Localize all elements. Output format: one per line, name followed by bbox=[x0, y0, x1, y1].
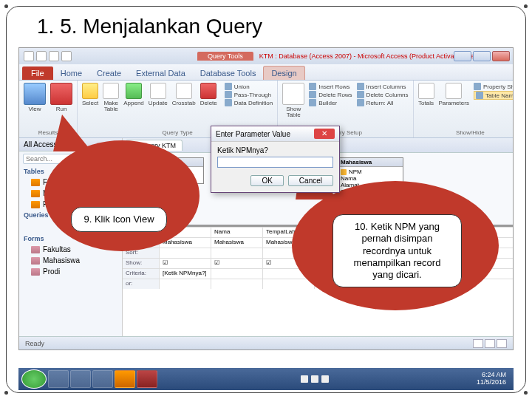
insert-cols-icon bbox=[357, 83, 364, 90]
grid-cell[interactable] bbox=[211, 279, 263, 289]
taskbar-app-icon[interactable] bbox=[92, 370, 113, 388]
save-icon[interactable] bbox=[36, 51, 47, 61]
tray-volume-icon[interactable] bbox=[321, 375, 329, 383]
make-table-button[interactable]: Make Table bbox=[103, 83, 119, 112]
table-names-button[interactable]: Table Names bbox=[474, 91, 514, 100]
callout-9-bubble bbox=[44, 140, 200, 251]
dialog-close-button[interactable]: ✕ bbox=[314, 129, 335, 139]
grid-row-criteria: Criteria: bbox=[123, 269, 160, 279]
builder-button[interactable]: Builder bbox=[309, 99, 352, 106]
select-button[interactable]: Select bbox=[82, 83, 98, 106]
delete-cols-button[interactable]: Delete Columns bbox=[357, 91, 409, 98]
grid-cell[interactable] bbox=[263, 279, 315, 289]
table-box-header: Mahasiswa bbox=[338, 158, 403, 167]
group-show-hide: Totals Parameters Property Sheet Table N… bbox=[414, 81, 514, 137]
tab-file[interactable]: File bbox=[22, 66, 53, 80]
return-label: Return: All bbox=[366, 100, 394, 106]
append-button[interactable]: Append bbox=[123, 83, 144, 106]
datadef-icon bbox=[225, 99, 232, 106]
union-icon bbox=[225, 83, 232, 90]
grid-cell[interactable]: ☑ bbox=[160, 259, 211, 268]
callout-9-tail bbox=[53, 115, 92, 151]
update-button[interactable]: Update bbox=[149, 83, 168, 106]
nav-item-label: Prodi bbox=[43, 267, 60, 276]
grid-cell[interactable] bbox=[160, 248, 211, 258]
property-sheet-icon bbox=[474, 83, 481, 90]
delete-query-button[interactable]: Delete bbox=[200, 83, 217, 106]
windows-taskbar: 6:24 AM 11/5/2016 bbox=[18, 368, 514, 390]
redo-icon[interactable] bbox=[61, 51, 72, 61]
table-names-label: Table Names bbox=[485, 92, 514, 99]
run-button[interactable]: Run bbox=[50, 83, 72, 112]
status-text: Ready bbox=[25, 340, 44, 347]
grid-cell[interactable]: Nama bbox=[211, 228, 263, 237]
return-dropdown[interactable]: Return: All bbox=[357, 99, 409, 106]
parameter-input[interactable] bbox=[217, 157, 333, 168]
grid-cell[interactable] bbox=[211, 269, 263, 279]
tray-icons[interactable] bbox=[301, 375, 329, 383]
ribbon-tabs: File Home Create External Data Database … bbox=[19, 64, 513, 81]
make-table-label: Make Table bbox=[103, 100, 118, 112]
parameters-button[interactable]: Parameters bbox=[439, 83, 469, 106]
callout-9-text: 9. Klik Icon View bbox=[71, 207, 167, 232]
totals-label: Totals bbox=[418, 100, 434, 106]
nav-item-label: Fakultas bbox=[43, 245, 71, 253]
nav-form-prodi[interactable]: Prodi bbox=[19, 266, 122, 277]
minimize-button[interactable] bbox=[454, 51, 471, 61]
datadef-button[interactable]: Data Definition bbox=[225, 99, 273, 106]
make-table-icon bbox=[103, 83, 119, 99]
contextual-tab-label: Query Tools bbox=[197, 52, 253, 61]
view-design-icon[interactable] bbox=[497, 339, 507, 348]
view-label: View bbox=[28, 106, 41, 112]
start-button[interactable] bbox=[21, 369, 47, 389]
show-table-icon bbox=[282, 83, 304, 105]
view-datasheet-icon[interactable] bbox=[473, 339, 483, 348]
tab-home[interactable]: Home bbox=[53, 66, 89, 80]
delete-rows-icon bbox=[309, 91, 316, 98]
grid-cell[interactable]: Mahasiswa bbox=[211, 238, 263, 248]
delete-query-label: Delete bbox=[200, 100, 217, 106]
grid-cell[interactable]: [Ketik NPMnya?] bbox=[160, 269, 211, 279]
form-icon bbox=[31, 246, 40, 253]
tab-design[interactable]: Design bbox=[263, 66, 304, 80]
tray-network-icon[interactable] bbox=[311, 375, 318, 383]
taskbar-powerpoint-icon[interactable] bbox=[115, 370, 135, 388]
key-icon bbox=[341, 169, 347, 175]
tab-create[interactable]: Create bbox=[89, 66, 129, 80]
builder-icon bbox=[309, 99, 316, 106]
nav-form-mahasiswa[interactable]: Mahasiswa bbox=[19, 255, 122, 266]
close-button[interactable] bbox=[492, 51, 510, 61]
property-sheet-button[interactable]: Property Sheet bbox=[474, 83, 514, 90]
grid-row-show: Show: bbox=[123, 259, 160, 268]
undo-icon[interactable] bbox=[49, 51, 59, 61]
tab-external-data[interactable]: External Data bbox=[129, 66, 193, 80]
grid-cell[interactable]: ☑ bbox=[211, 259, 263, 268]
grid-cell[interactable] bbox=[160, 279, 211, 289]
taskbar-access-icon[interactable] bbox=[137, 370, 157, 388]
tray-flag-icon[interactable] bbox=[301, 375, 308, 383]
union-button[interactable]: Union bbox=[225, 83, 273, 90]
dialog-prompt: Ketik NPMnya? bbox=[217, 146, 333, 154]
datadef-label: Data Definition bbox=[234, 100, 273, 106]
slide-title: 1. 5. Menjalankan Query bbox=[0, 0, 532, 47]
insert-rows-button[interactable]: Insert Rows bbox=[309, 83, 352, 90]
tab-database-tools[interactable]: Database Tools bbox=[193, 66, 264, 80]
taskbar-app-icon[interactable] bbox=[70, 370, 91, 388]
view-sql-icon[interactable] bbox=[485, 339, 495, 348]
view-button[interactable]: View bbox=[24, 83, 46, 112]
table-icon bbox=[31, 190, 40, 197]
show-table-button[interactable]: Show Table bbox=[282, 83, 304, 118]
grid-cell[interactable] bbox=[211, 248, 263, 258]
totals-button[interactable]: Totals bbox=[418, 83, 434, 106]
passthrough-button[interactable]: Pass-Through bbox=[225, 91, 273, 98]
passthrough-label: Pass-Through bbox=[234, 92, 271, 98]
ok-button[interactable]: OK bbox=[250, 175, 283, 186]
delete-rows-button[interactable]: Delete Rows bbox=[309, 91, 352, 98]
taskbar-explorer-icon[interactable] bbox=[48, 370, 69, 388]
select-icon bbox=[82, 83, 98, 99]
cancel-button[interactable]: Cancel bbox=[288, 175, 333, 186]
tray-clock[interactable]: 6:24 AM 11/5/2016 bbox=[477, 372, 511, 386]
insert-cols-button[interactable]: Insert Columns bbox=[357, 83, 409, 90]
crosstab-button[interactable]: Crosstab bbox=[172, 83, 196, 106]
maximize-button[interactable] bbox=[473, 51, 491, 61]
